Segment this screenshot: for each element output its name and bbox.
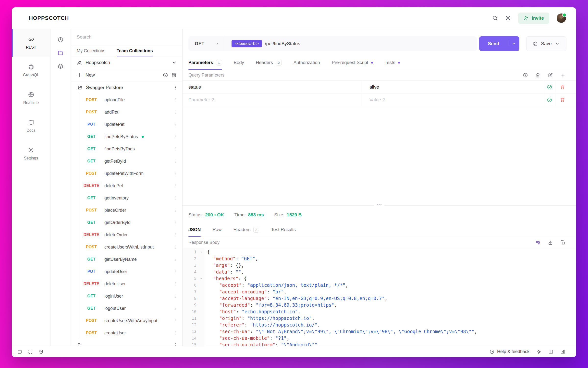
more-options-button[interactable] <box>173 232 178 237</box>
download-button[interactable] <box>548 240 553 245</box>
fold-arrow-icon[interactable]: ▾ <box>200 276 202 282</box>
sidebar-item-realtime[interactable]: Realtime <box>12 84 50 112</box>
strip-environments-button[interactable] <box>58 63 63 69</box>
collections-tab-my-collections[interactable]: My Collections <box>77 45 105 56</box>
request-getorderbyid[interactable]: GETgetOrderById <box>71 216 182 229</box>
param-delete-button[interactable] <box>560 84 565 90</box>
request-findpetsbystatus[interactable]: GETfindPetsByStatus <box>71 131 182 143</box>
sidebar-item-docs[interactable]: Docs <box>12 112 50 140</box>
more-options-button[interactable] <box>173 196 178 200</box>
more-options-button[interactable] <box>173 318 178 323</box>
request-addpet[interactable]: POSTaddPet <box>71 106 182 118</box>
request-tab-pre-request-script[interactable]: Pre-request Script <box>332 55 373 70</box>
more-options-button[interactable] <box>173 330 178 335</box>
response-tab-headers[interactable]: Headers2 <box>233 222 259 237</box>
param-key-input[interactable]: Parameter 2 <box>183 93 362 106</box>
request-tab-headers[interactable]: Headers2 <box>256 55 282 70</box>
param-active-toggle[interactable] <box>547 84 552 90</box>
collection-folder-partial[interactable] <box>71 339 182 346</box>
search-input[interactable] <box>77 34 176 40</box>
help-feedback-button[interactable]: Help & feedback <box>490 349 529 354</box>
request-createuser[interactable]: POSTcreateUser <box>71 327 182 339</box>
search-button[interactable] <box>492 15 498 21</box>
more-options-button[interactable] <box>173 134 178 139</box>
response-tab-raw[interactable]: Raw <box>212 222 221 237</box>
zap-button[interactable] <box>536 349 541 354</box>
panel-right-close-button[interactable] <box>560 349 565 354</box>
help-circle-button[interactable] <box>523 73 528 78</box>
request-getpetbyid[interactable]: GETgetPetById <box>71 155 182 167</box>
more-options-button[interactable] <box>173 122 178 127</box>
sidebar-item-settings[interactable]: Settings <box>12 140 50 168</box>
request-tab-body[interactable]: Body <box>234 55 244 70</box>
more-options-button[interactable] <box>173 97 178 102</box>
edit-button[interactable] <box>548 73 553 78</box>
url-input[interactable]: <<baseUrl>> /pet/findByStatus <box>225 40 306 47</box>
more-options-button[interactable] <box>173 183 178 188</box>
panel-resize-handle[interactable]: ••• <box>183 203 576 207</box>
columns-button[interactable] <box>548 349 553 354</box>
strip-collections-button[interactable] <box>58 50 63 56</box>
life-buoy-button[interactable] <box>505 15 511 21</box>
request-updateuser[interactable]: PUTupdateUser <box>71 265 182 278</box>
import-export-button[interactable] <box>172 72 177 78</box>
param-key-input[interactable]: status <box>183 81 362 93</box>
invite-button[interactable]: Invite <box>518 13 549 24</box>
request-logoutuser[interactable]: GETlogoutUser <box>71 302 182 315</box>
new-collection-button[interactable] <box>77 72 82 78</box>
request-deleteuser[interactable]: DELETEdeleteUser <box>71 278 182 290</box>
sidebar-item-rest[interactable]: REST <box>12 29 50 57</box>
more-options-button[interactable] <box>173 306 178 311</box>
request-deletepet[interactable]: DELETEdeletePet <box>71 180 182 192</box>
more-options-button[interactable] <box>173 85 178 90</box>
request-updatepet[interactable]: PUTupdatePet <box>71 118 182 131</box>
method-selector[interactable]: GET <box>188 36 225 51</box>
param-active-toggle[interactable] <box>547 97 552 103</box>
param-delete-button[interactable] <box>560 97 565 103</box>
request-deleteorder[interactable]: DELETEdeleteOrder <box>71 229 182 241</box>
fold-arrow-icon[interactable]: ▾ <box>200 249 202 256</box>
request-getuserbyname[interactable]: GETgetUserByName <box>71 253 182 265</box>
param-value-input[interactable]: Value 2 <box>362 93 543 106</box>
response-tab-json[interactable]: JSON <box>188 222 201 237</box>
more-options-button[interactable] <box>173 294 178 299</box>
collection-folder[interactable]: Swagger Petstore <box>71 81 182 94</box>
more-options-button[interactable] <box>173 342 178 346</box>
strip-history-button[interactable] <box>58 37 63 43</box>
request-createuserswithlistinput[interactable]: POSTcreateUsersWithListInput <box>71 241 182 253</box>
avatar[interactable] <box>557 13 566 23</box>
request-tab-authorization[interactable]: Authorization <box>294 55 320 70</box>
request-getinventory[interactable]: GETgetInventory <box>71 192 182 204</box>
more-options-button[interactable] <box>173 208 178 213</box>
maximize-button[interactable] <box>28 349 33 354</box>
plus-button[interactable] <box>560 73 565 78</box>
save-button[interactable]: Save <box>526 36 566 51</box>
request-tab-parameters[interactable]: Parameters1 <box>188 55 222 70</box>
response-body-editor[interactable]: 1▾{2"method": "GET",3"args": {},4"data":… <box>183 248 576 346</box>
more-options-button[interactable] <box>173 281 178 286</box>
more-options-button[interactable] <box>173 257 178 262</box>
panel-left-button[interactable] <box>17 349 22 354</box>
send-button[interactable]: Send <box>479 36 519 51</box>
more-options-button[interactable] <box>173 146 178 151</box>
wrap-text-button[interactable] <box>535 240 540 245</box>
response-tab-test-results[interactable]: Test Results <box>271 222 296 237</box>
request-loginuser[interactable]: GETloginUser <box>71 290 182 302</box>
collections-tab-team-collections[interactable]: Team Collections <box>117 45 153 56</box>
trash-button[interactable] <box>535 73 540 78</box>
shield-check-button[interactable] <box>39 349 44 354</box>
request-tab-tests[interactable]: Tests <box>385 55 400 70</box>
collections-help-button[interactable] <box>163 72 168 78</box>
more-options-button[interactable] <box>173 159 178 164</box>
more-options-button[interactable] <box>173 171 178 176</box>
request-findpetsbytags[interactable]: GETfindPetsByTags <box>71 143 182 155</box>
sidebar-item-graphql[interactable]: GraphQL <box>12 57 50 84</box>
request-uploadfile[interactable]: POSTuploadFile <box>71 94 182 106</box>
param-value-input[interactable]: alive <box>362 81 543 93</box>
copy-button[interactable] <box>560 240 565 245</box>
request-updatepetwithform[interactable]: POSTupdatePetWithForm <box>71 167 182 180</box>
team-selector[interactable]: Hoppscotch <box>71 56 182 69</box>
more-options-button[interactable] <box>173 245 178 250</box>
more-options-button[interactable] <box>173 269 178 274</box>
more-options-button[interactable] <box>173 220 178 225</box>
